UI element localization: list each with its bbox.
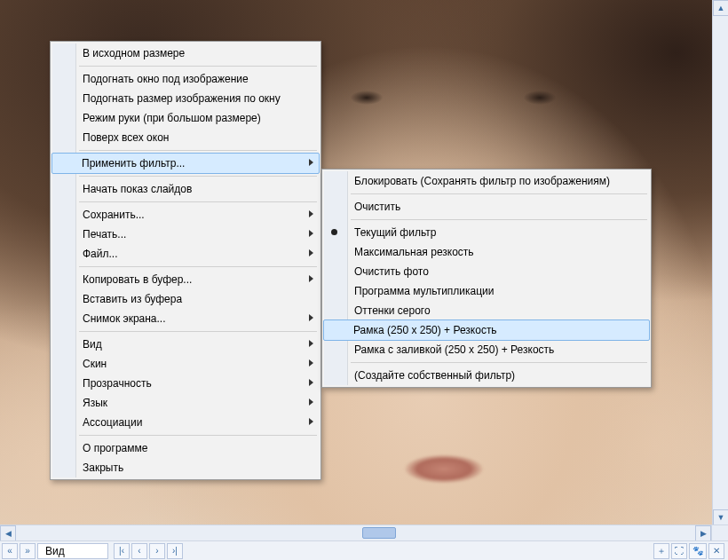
plus-icon: ＋ bbox=[657, 545, 666, 557]
menu-item-screenshot[interactable]: Снимок экрана... bbox=[52, 309, 319, 328]
last-icon: » bbox=[25, 546, 30, 556]
menu-item-slideshow[interactable]: Начать показ слайдов bbox=[52, 179, 319, 199]
menu-item-fit-window[interactable]: Подогнать окно под изображение bbox=[52, 69, 319, 89]
submenu-item-max-sharpness[interactable]: Максимальная резкость bbox=[324, 242, 649, 262]
prev-icon: ‹ bbox=[138, 546, 140, 556]
radio-selected-icon bbox=[331, 229, 337, 235]
menu-item-associations[interactable]: Ассоциации bbox=[52, 413, 319, 432]
menu-item-label: Рамка (250 x 250) + Резкость bbox=[353, 324, 497, 336]
bottom-toolbar: « » Вид |‹ ‹ › ›| ＋ ⛶ 🐾 ✕ bbox=[0, 540, 728, 560]
chevron-up-icon: ▲ bbox=[717, 4, 725, 12]
menu-item-fit-image[interactable]: Подогнать размер изображения по окну bbox=[52, 89, 319, 108]
menu-item-label: Очистить bbox=[354, 201, 400, 213]
fullscreen-button[interactable]: ⛶ bbox=[671, 543, 687, 559]
submenu-item-clear-photo[interactable]: Очистить фото bbox=[324, 262, 649, 281]
menu-item-print[interactable]: Печать... bbox=[52, 225, 319, 244]
submenu-arrow-icon bbox=[309, 379, 313, 386]
chevron-right-icon: ▶ bbox=[700, 529, 707, 538]
menu-item-label: Вставить из буфера bbox=[83, 293, 182, 305]
menu-item-label: Копировать в буфер... bbox=[83, 273, 192, 286]
horizontal-scroll-thumb[interactable] bbox=[362, 527, 396, 539]
scroll-right-button[interactable]: ▶ bbox=[695, 525, 711, 541]
menu-separator bbox=[79, 66, 317, 67]
menu-item-label: Сохранить... bbox=[83, 209, 145, 221]
submenu-item-grayscale[interactable]: Оттенки серого bbox=[324, 301, 649, 320]
menu-separator bbox=[79, 266, 317, 267]
menu-item-label: Ассоциации bbox=[83, 416, 142, 429]
menu-item-label: Начать показ слайдов bbox=[83, 183, 192, 195]
view-mode-text: Вид bbox=[45, 545, 65, 557]
menu-item-label: Подогнать окно под изображение bbox=[83, 73, 249, 85]
menu-item-original-size[interactable]: В исходном размере bbox=[52, 43, 319, 63]
submenu-item-frame-sharpness[interactable]: Рамка (250 x 250) + Резкость bbox=[323, 319, 650, 341]
menu-item-label: Применить фильтр... bbox=[82, 157, 185, 170]
submenu-arrow-icon bbox=[309, 159, 313, 166]
menu-item-label: Режим руки (при большом размере) bbox=[83, 112, 261, 124]
submenu-item-animation[interactable]: Программа мультипликации bbox=[324, 281, 649, 301]
menu-item-language[interactable]: Язык bbox=[52, 393, 319, 413]
menu-separator bbox=[351, 193, 647, 194]
vertical-scroll-track[interactable] bbox=[713, 16, 728, 509]
menu-item-label: Вид bbox=[83, 338, 102, 351]
view-mode-label[interactable]: Вид bbox=[37, 543, 108, 559]
submenu-item-frame-fill-sharpness[interactable]: Рамка с заливкой (250 x 250) + Резкость bbox=[324, 340, 649, 359]
close-button[interactable]: ✕ bbox=[708, 543, 724, 559]
horizontal-scrollbar[interactable]: ◀ ▶ bbox=[0, 525, 728, 540]
paw-icon: 🐾 bbox=[692, 546, 703, 556]
fullscreen-icon: ⛶ bbox=[675, 546, 684, 556]
menu-item-label: Максимальная резкость bbox=[354, 246, 474, 258]
menu-item-transparency[interactable]: Прозрачность bbox=[52, 374, 319, 393]
menu-item-label: Подогнать размер изображения по окну bbox=[83, 92, 281, 105]
misc-button[interactable]: 🐾 bbox=[689, 543, 707, 559]
chevron-left-icon: ◀ bbox=[5, 529, 12, 538]
menu-separator bbox=[79, 150, 317, 151]
nav-first2-button[interactable]: |‹ bbox=[114, 543, 130, 559]
menu-item-label: Программа мультипликации bbox=[354, 285, 495, 297]
nav-next-button[interactable]: › bbox=[149, 543, 165, 559]
nav-last2-button[interactable]: ›| bbox=[167, 543, 183, 559]
vertical-scrollbar[interactable]: ▲ ▼ bbox=[712, 0, 728, 525]
menu-item-view[interactable]: Вид bbox=[52, 335, 319, 354]
background-image-detail bbox=[346, 89, 387, 106]
menu-item-file[interactable]: Файл... bbox=[52, 244, 319, 264]
submenu-arrow-icon bbox=[309, 359, 313, 367]
menu-separator bbox=[351, 362, 647, 363]
menu-item-close[interactable]: Закрыть bbox=[52, 458, 319, 477]
menu-item-label: Файл... bbox=[83, 248, 118, 260]
background-image-detail bbox=[391, 453, 497, 493]
submenu-item-lock[interactable]: Блокировать (Сохранять фильтр по изображ… bbox=[324, 171, 649, 191]
filter-submenu: Блокировать (Сохранять фильтр по изображ… bbox=[321, 169, 652, 388]
scroll-up-button[interactable]: ▲ bbox=[713, 0, 728, 16]
horizontal-scroll-track[interactable] bbox=[16, 525, 695, 540]
nav-first-button[interactable]: « bbox=[2, 543, 18, 559]
menu-item-label: Печать... bbox=[83, 228, 126, 241]
menu-item-label: Текущий фильтр bbox=[354, 226, 436, 239]
next-icon: › bbox=[155, 546, 158, 556]
menu-item-label: О программе bbox=[83, 442, 147, 454]
submenu-item-clear[interactable]: Очистить bbox=[324, 197, 649, 217]
first-icon: « bbox=[7, 546, 12, 556]
submenu-item-current[interactable]: Текущий фильтр bbox=[324, 223, 649, 242]
nav-last-button[interactable]: » bbox=[20, 543, 36, 559]
menu-item-label: Снимок экрана... bbox=[83, 312, 166, 325]
menu-separator bbox=[79, 435, 317, 436]
nav-prev-button[interactable]: ‹ bbox=[131, 543, 147, 559]
menu-item-save[interactable]: Сохранить... bbox=[52, 205, 319, 225]
context-menu: В исходном размере Подогнать окно под из… bbox=[50, 41, 321, 480]
menu-item-apply-filter[interactable]: Применить фильтр... bbox=[51, 153, 320, 174]
menu-item-label: Блокировать (Сохранять фильтр по изображ… bbox=[354, 175, 610, 187]
menu-item-copy[interactable]: Копировать в буфер... bbox=[52, 270, 319, 289]
scroll-down-button[interactable]: ▼ bbox=[713, 509, 728, 525]
submenu-item-create-own[interactable]: (Создайте собственный фильтр) bbox=[324, 366, 649, 385]
menu-item-paste[interactable]: Вставить из буфера bbox=[52, 289, 319, 309]
submenu-arrow-icon bbox=[309, 314, 313, 321]
menu-item-label: Язык bbox=[83, 397, 107, 409]
submenu-arrow-icon bbox=[309, 398, 313, 406]
menu-item-skin[interactable]: Скин bbox=[52, 354, 319, 374]
submenu-arrow-icon bbox=[309, 418, 313, 425]
menu-item-hand-mode[interactable]: Режим руки (при большом размере) bbox=[52, 108, 319, 128]
menu-item-about[interactable]: О программе bbox=[52, 438, 319, 458]
zoom-in-button[interactable]: ＋ bbox=[653, 543, 669, 559]
menu-item-topmost[interactable]: Поверх всех окон bbox=[52, 128, 319, 147]
scroll-left-button[interactable]: ◀ bbox=[0, 525, 16, 541]
